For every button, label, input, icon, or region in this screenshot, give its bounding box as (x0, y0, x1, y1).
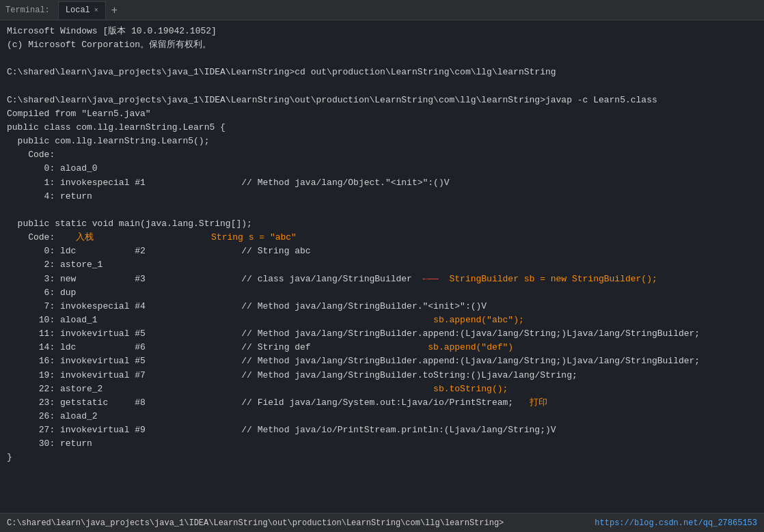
tab-name: Local (66, 5, 90, 15)
line-2: (c) Microsoft Corporation。保留所有权利。 (7, 38, 757, 52)
line-8: public class com.llg.learnString.Learn5 … (7, 121, 757, 135)
close-icon[interactable]: × (94, 7, 98, 14)
line-7: Compiled from "Learn5.java" (7, 107, 757, 121)
line-10: Code: (7, 148, 757, 162)
local-tab[interactable]: Local × (58, 1, 106, 19)
line-13: 4: return (7, 190, 757, 204)
line-15: public static void main(java.lang.String… (7, 217, 757, 231)
line-1: Microsoft Windows [版本 10.0.19042.1052] (7, 25, 757, 38)
line-4: C:\shared\learn\java_projects\java_1\IDE… (7, 66, 757, 79)
line-28: 23: getstatic #8 // Field java/lang/Syst… (7, 396, 757, 410)
add-tab-button[interactable]: + (109, 4, 120, 16)
status-right: https://blog.csdn.net/qq_27865153 (595, 518, 757, 528)
line-14 (7, 204, 757, 217)
status-bar: C:\shared\learn\java_projects\java_1\IDE… (0, 513, 764, 532)
line-23: 11: invokevirtual #5 // Method java/lang… (7, 327, 757, 341)
line-24: 14: ldc #6 // String def sb.append("def"… (7, 341, 757, 354)
line-19: 3: new #3 // class java/lang/StringBuild… (7, 272, 757, 286)
line-21: 7: invokespecial #4 // Method java/lang/… (7, 300, 757, 313)
terminal-label: Terminal: (5, 5, 50, 15)
line-17: 0: ldc #2 // String abc (7, 244, 757, 258)
line-25: 16: invokevirtual #5 // Method java/lang… (7, 354, 757, 368)
line-30: 27: invokevirtual #9 // Method java/io/P… (7, 423, 757, 437)
line-11: 0: aload_0 (7, 162, 757, 176)
line-27: 22: astore_2 sb.toString(); (7, 382, 757, 396)
line-20: 6: dup (7, 286, 757, 300)
line-29: 26: aload_2 (7, 410, 757, 423)
tab-bar: Terminal: Local × + (0, 0, 764, 20)
terminal: Microsoft Windows [版本 10.0.19042.1052] (… (0, 20, 764, 513)
line-3 (7, 52, 757, 66)
line-12: 1: invokespecial #1 // Method java/lang/… (7, 176, 757, 190)
line-32: } (7, 451, 757, 464)
line-22: 10: aload_1 sb.append("abc"); (7, 313, 757, 327)
status-left: C:\shared\learn\java_projects\java_1\IDE… (7, 518, 595, 528)
line-26: 19: invokevirtual #7 // Method java/lang… (7, 369, 757, 382)
line-5 (7, 80, 757, 94)
line-9: public com.llg.learnString.Learn5(); (7, 135, 757, 148)
line-18: 2: astore_1 (7, 258, 757, 272)
line-31: 30: return (7, 437, 757, 451)
line-16: Code: 入栈 String s = "abc" (7, 231, 757, 244)
line-6: C:\shared\learn\java_projects\java_1\IDE… (7, 94, 757, 107)
